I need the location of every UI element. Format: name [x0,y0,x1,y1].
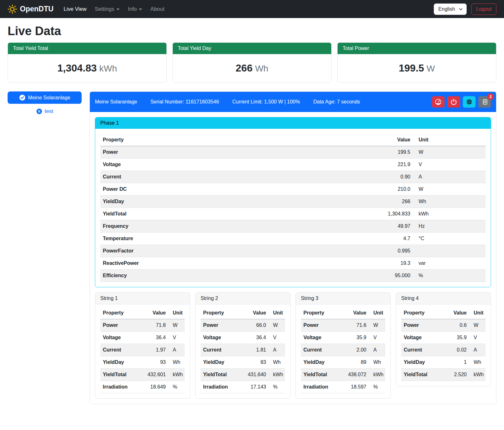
property-cell: YieldTotal [301,369,339,381]
string-3-table: PropertyValueUnit Power71.6WVoltage35.9V… [301,307,385,393]
value-cell: 199.5 [372,146,413,159]
table-row: PowerFactor0.995 [100,245,486,257]
inverter-selected-label: Meine Solaranlage [28,95,70,101]
phase-1-card: Phase 1 PropertyValueUnit Power199.5WVol… [95,117,491,287]
inverter-serial: Serial Number: 116171603546 [150,99,219,105]
value-cell: 1.81 [238,344,269,356]
value-cell: 0.90 [372,171,413,183]
unit-cell: V [469,332,486,344]
value-cell: 0.6 [439,319,469,332]
total-yield-total-card: Total Yield Total 1,304.83kWh [8,42,167,83]
unit-cell: kWh [413,208,486,220]
table-row: YieldDay266Wh [100,196,486,208]
table-row: YieldDay89Wh [301,356,385,369]
summary-cards-row: Total Yield Total 1,304.83kWh Total Yiel… [8,42,496,83]
property-cell: Power [100,319,138,332]
column-header: Value [138,307,168,319]
property-cell: YieldDay [201,356,238,369]
card-body: 266Wh [173,54,331,82]
column-header: Value [339,307,369,319]
unit-cell: A [413,171,486,183]
logout-button[interactable]: Logout [471,3,496,15]
unit-cell: % [269,381,285,393]
table-row: YieldTotal2.520kWh [401,369,486,381]
unit-cell: V [269,332,285,344]
inverter-card-header: Meine Solaranlage Serial Number: 1161716… [90,92,496,112]
inverter-selected-button[interactable]: Meine Solaranlage [8,91,82,104]
nav-item-about[interactable]: About [147,3,167,15]
unit-cell: kWh [369,369,385,381]
power-settings-button[interactable] [447,96,460,108]
limit-settings-button[interactable] [432,96,445,108]
brand-link[interactable]: OpenDTU [8,4,53,14]
speedometer-icon [435,98,442,105]
value-cell: 1 [439,356,469,369]
table-row: Current0.90A [100,171,486,183]
column-header: Property [201,307,238,319]
unit-cell: W [369,319,385,332]
property-cell: YieldTotal [100,208,372,220]
inverter-name: Meine Solaranlage [95,99,137,105]
value-cell: 66.0 [238,319,269,332]
strings-row: String 1 PropertyValueUnit Power71.8WVol… [95,292,491,399]
device-info-button[interactable] [463,96,476,108]
table-row: Irradiation18.649% [100,381,185,393]
language-select[interactable]: English [434,3,467,15]
string-3-title: String 3 [296,293,390,304]
table-row: ReactivePower19.3var [100,257,486,270]
nav-item-settings[interactable]: Settings [92,3,123,15]
unit-cell: Wh [168,356,185,369]
property-cell: YieldDay [401,356,439,369]
property-cell: YieldTotal [201,369,238,381]
table-row: Power0.6W [401,319,486,332]
value-cell: 17.143 [238,381,269,393]
table-row: Temperature4.7°C [100,233,486,245]
value-cell: 431.640 [238,369,269,381]
inverter-card: Meine Solaranlage Serial Number: 1161716… [90,91,496,404]
string-2-table: PropertyValueUnit Power66.0WVoltage36.4V… [201,307,285,393]
value-cell: 18.649 [138,381,168,393]
value-cell: 1.97 [138,344,168,356]
unit-cell: W [469,319,486,332]
column-header: Property [301,307,339,319]
unit-cell: W [413,183,486,196]
nav-item-info[interactable]: Info [125,3,145,15]
string-4-table: PropertyValueUnit Power0.6WVoltage35.9VC… [401,307,486,381]
inverter-item-test[interactable]: test [8,108,82,115]
value-cell: 221.9 [372,159,413,171]
table-row: YieldDay83Wh [201,356,285,369]
table-header-row: PropertyValueUnit [301,307,385,319]
card-body: 199.5W [338,54,496,82]
property-cell: Current [301,344,339,356]
string-1-title: String 1 [95,293,190,304]
inverter-actions: 2 [432,96,491,108]
table-row: Power71.8W [100,319,185,332]
value-cell: 19.3 [372,257,413,270]
table-row: Voltage35.9V [401,332,486,344]
unit-cell: kWh [168,369,185,381]
value-cell: 266 [372,196,413,208]
value-cell: 210.0 [372,183,413,196]
table-row: YieldTotal438.072kWh [301,369,385,381]
journal-text-icon [481,98,488,105]
property-cell: Irradiation [301,381,339,393]
table-row: Irradiation17.143% [201,381,285,393]
value-cell: 2.00 [339,344,369,356]
total-power-unit: W [426,64,435,73]
column-header: Unit [469,307,486,319]
column-header: Unit [269,307,285,319]
unit-cell: kWh [469,369,486,381]
property-cell: Voltage [401,332,439,344]
unit-cell: % [168,381,185,393]
property-cell: Voltage [201,332,238,344]
property-cell: YieldDay [301,356,339,369]
value-cell: 49.97 [372,220,413,233]
power-icon [450,98,457,105]
property-cell: Power [100,146,372,159]
property-cell: Irradiation [100,381,138,393]
event-log-button[interactable]: 2 [478,96,491,108]
nav-item-live-view[interactable]: Live View [60,3,90,15]
table-row: Efficiency95.000% [100,270,486,282]
card-title: Total Yield Day [173,43,331,54]
table-header-row: PropertyValueUnit [401,307,486,319]
